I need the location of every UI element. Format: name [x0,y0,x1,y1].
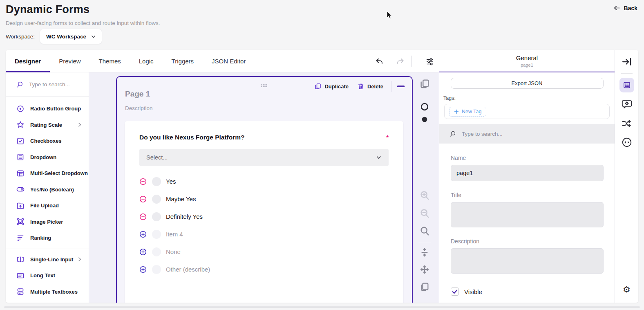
page-description-placeholder[interactable]: Description [125,105,153,111]
redo-icon[interactable] [396,56,405,66]
radio-placeholder [152,195,161,204]
creator-settings-gear-icon[interactable]: ⚙ [621,284,633,295]
trash-icon [358,83,364,90]
choice-row: Maybe Yes [139,190,389,208]
radio-placeholder [152,265,161,274]
bottom-scrollbar[interactable] [4,306,640,308]
add-choice-icon[interactable] [139,248,147,256]
toolbox-item-rating-scale[interactable]: Rating Scale [6,117,89,133]
page-card[interactable]: Duplicate Delete Page 1 Description Do y… [116,76,413,303]
chevron-right-icon[interactable] [77,122,82,127]
toolbox-item-file-upload[interactable]: File Upload [6,198,89,214]
tab-logic[interactable]: Logic [130,50,163,72]
translation-icon[interactable] [621,137,633,148]
search-icon [16,81,24,88]
choice-row: Item 4 [139,225,389,243]
property-search [439,124,615,144]
toolbox-item-multiple-textboxes[interactable]: Multiple Textboxes [6,284,89,300]
title-label: Title [451,192,603,198]
duplicate-surface-icon[interactable] [419,281,430,292]
tags-box: New Tag [444,104,610,119]
add-choice-icon[interactable] [139,266,147,273]
general-settings-icon[interactable] [619,78,634,92]
move-surface-icon[interactable] [419,264,430,275]
choice-row: Yes [139,173,389,190]
zoom-reset-icon[interactable] [419,226,430,236]
duplicate-page-button[interactable]: Duplicate [310,83,353,90]
toolbox-item-image-picker[interactable]: Image Picker [6,214,89,230]
chevron-down-icon [91,34,96,39]
dropdown-icon [16,153,25,161]
workspace-select[interactable]: WC Workspace [40,29,102,44]
export-json-button[interactable]: Export JSON [451,78,604,89]
chevron-right-icon[interactable] [77,257,82,262]
collapse-page-icon[interactable] [395,80,407,92]
description-field[interactable] [451,248,604,274]
question-card[interactable]: Do you like Nexus Forge Platform? * Sele… [125,121,403,303]
toolbox-item-boolean[interactable]: Yes/No (Boolean) [6,182,89,198]
radio-placeholder [152,230,161,239]
page-navigator-dot-filled[interactable] [419,114,430,125]
toolbox-group-divider [6,249,89,249]
toolbox-list: Radio Button Group Rating Scale Checkbox… [6,97,89,300]
remove-choice-icon[interactable] [139,213,147,220]
radio-group-icon [16,105,25,113]
toolbox-item-long-text[interactable]: Long Text [6,267,89,284]
page-copy-icon[interactable] [419,79,430,89]
plus-icon [454,109,459,114]
new-tag-button[interactable]: New Tag [449,107,486,117]
choice-row: Other (describe) [139,261,389,278]
toolbox-item-multiselect-dropdown[interactable]: Multi-Select Dropdown [6,165,89,182]
page-name[interactable]: Page 1 [125,90,150,99]
fit-page-icon[interactable] [419,247,430,258]
tab-json-editor[interactable]: JSON Editor [203,50,255,72]
toolbox-item-checkboxes[interactable]: Checkboxes [6,133,89,149]
property-panel-header: General page1 [439,50,615,72]
toolbox-item-single-line-input[interactable]: Single-Line Input [6,252,89,268]
toolbox-item-radio-button-group[interactable]: Radio Button Group [6,101,89,117]
radio-placeholder [152,247,161,256]
comment-settings-icon[interactable] [621,99,633,110]
name-field[interactable] [451,165,604,181]
strip-divider [621,73,633,74]
add-choice-icon[interactable] [139,231,147,238]
tab-triggers[interactable]: Triggers [163,50,203,72]
property-search-input[interactable] [462,131,568,137]
remove-choice-icon[interactable] [139,195,147,203]
page-navigator-dot-outline[interactable] [419,101,430,112]
collapse-panel-icon[interactable] [621,56,633,67]
logic-flow-icon[interactable] [621,118,633,129]
choices-list: Yes Maybe Yes Definitely Yes [125,173,403,278]
zoom-in-icon[interactable] [419,190,430,201]
delete-page-button[interactable]: Delete [353,83,388,90]
file-upload-icon [16,202,25,210]
undo-icon[interactable] [374,56,384,66]
property-panel-title: General [439,54,615,61]
drag-handle-icon[interactable] [261,84,268,88]
visible-row: Visible [451,288,603,296]
multiselect-dropdown-icon [16,169,25,177]
checkboxes-icon [16,137,25,145]
multiple-textboxes-icon [16,288,25,296]
title-field[interactable] [451,202,604,227]
zoom-out-icon[interactable] [419,208,430,219]
ranking-icon [16,234,25,242]
tab-themes[interactable]: Themes [90,50,130,72]
tab-preview[interactable]: Preview [50,50,89,72]
mouse-cursor [387,11,394,20]
remove-choice-icon[interactable] [139,178,147,185]
boolean-toggle-icon [16,185,25,193]
tab-designer[interactable]: Designer [6,50,50,72]
back-button[interactable]: Back [613,4,637,11]
side-icon-strip: ⚙ [615,50,638,303]
arrow-left-icon [613,4,620,11]
surface-settings-icon[interactable] [420,50,440,72]
toolbox-search-input[interactable] [29,81,78,88]
question-title[interactable]: Do you like Nexus Forge Platform? [139,134,245,141]
toolbox-item-dropdown[interactable]: Dropdown [6,149,89,166]
visible-checkbox[interactable] [451,288,459,296]
question-title-row: Do you like Nexus Forge Platform? * [125,121,403,141]
toolbox-sidebar: Radio Button Group Rating Scale Checkbox… [6,72,89,303]
toolbox-item-ranking[interactable]: Ranking [6,230,89,246]
question-dropdown[interactable]: Select... [139,149,389,166]
